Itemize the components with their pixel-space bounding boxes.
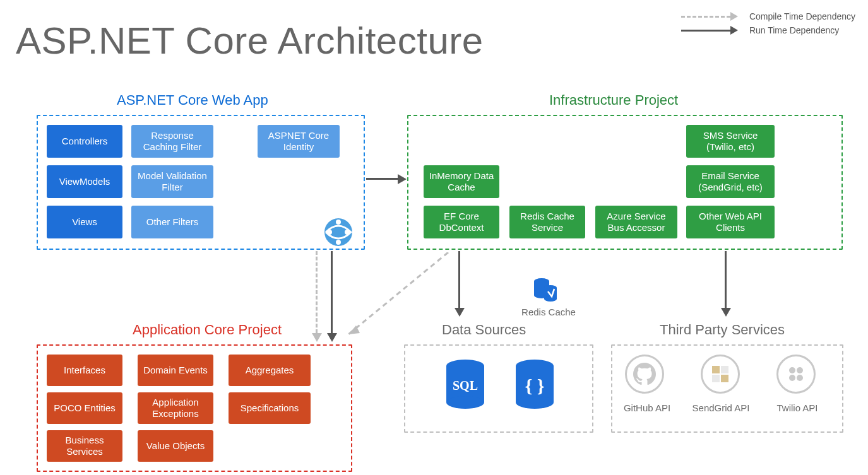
sendgrid-label: SendGrid API <box>689 402 752 413</box>
svg-rect-21 <box>712 375 720 382</box>
legend-solid-arrow-icon <box>681 26 738 35</box>
svg-point-1 <box>327 230 332 235</box>
svg-point-17 <box>516 396 554 409</box>
chip-aspnet-core-identity: ASPNET Core Identity <box>258 125 340 158</box>
box-data-sources: SQL { } <box>404 344 593 433</box>
page-title: ASP.NET Core Architecture <box>16 19 484 62</box>
box-core: Interfaces POCO Entities Business Servic… <box>37 344 352 472</box>
twilio-label: Twilio API <box>769 402 826 413</box>
webapp-globe-icon <box>322 216 355 249</box>
github-icon <box>625 355 664 394</box>
sql-database-icon: SQL <box>443 358 487 411</box>
sendgrid-icon <box>701 355 740 394</box>
twilio-icon <box>776 355 816 394</box>
chip-domain-events: Domain Events <box>138 355 213 386</box>
svg-point-23 <box>789 367 795 373</box>
chip-aggregates: Aggregates <box>229 355 311 386</box>
chip-inmemory-cache: InMemory Data Cache <box>424 165 499 198</box>
chip-application-exceptions: Application Exceptions <box>138 392 213 424</box>
chip-redis-cache-service: Redis Cache Service <box>509 206 585 238</box>
svg-point-25 <box>789 375 795 381</box>
svg-point-2 <box>345 230 350 235</box>
chip-viewmodels: ViewModels <box>47 165 122 198</box>
chip-sms-service: SMS Service (Twilio, etc) <box>686 125 775 158</box>
svg-point-4 <box>336 240 341 245</box>
section-title-infra: Infrastructure Project <box>549 92 678 108</box>
svg-rect-20 <box>721 366 728 373</box>
document-database-icon: { } <box>513 358 557 411</box>
svg-point-24 <box>797 367 803 373</box>
svg-point-3 <box>336 220 341 225</box>
svg-line-27 <box>348 252 448 334</box>
section-title-core: Application Core Project <box>133 322 282 338</box>
chip-views: Views <box>47 206 122 238</box>
svg-text:{ }: { } <box>525 375 544 396</box>
chip-specifications: Specifications <box>229 392 311 424</box>
redis-cache-label: Redis Cache <box>520 307 577 317</box>
chip-value-objects: Value Objects <box>138 430 213 462</box>
chip-email-service: Email Service (SendGrid, etc) <box>686 165 775 198</box>
chip-response-caching-filter: Response Caching Filter <box>131 125 213 158</box>
legend-compile-label: Compile Time Dependency <box>749 11 855 21</box>
box-third-party: GitHub API SendGrid API Twilio API <box>611 344 843 433</box>
chip-azure-service-bus: Azure Service Bus Accessor <box>595 206 677 238</box>
chip-interfaces: Interfaces <box>47 355 122 386</box>
legend-runtime-row: Run Time Dependency <box>681 25 855 35</box>
legend-dashed-arrow-icon <box>681 12 738 21</box>
section-title-third-party: Third Party Services <box>660 322 785 338</box>
svg-point-26 <box>797 375 803 381</box>
chip-ef-core-dbcontext: EF Core DbContext <box>424 206 499 238</box>
chip-controllers: Controllers <box>47 125 122 158</box>
github-label: GitHub API <box>619 402 675 413</box>
chip-other-web-api-clients: Other Web API Clients <box>686 206 775 238</box>
chip-poco-entities: POCO Entities <box>47 392 122 424</box>
chip-model-validation-filter: Model Validation Filter <box>131 165 213 198</box>
legend-runtime-label: Run Time Dependency <box>749 25 839 35</box>
svg-rect-22 <box>721 375 728 382</box>
svg-point-10 <box>544 296 557 302</box>
chip-business-services: Business Services <box>47 430 122 462</box>
section-title-webapp: ASP.NET Core Web App <box>117 92 268 108</box>
svg-point-13 <box>446 396 484 409</box>
box-infra: InMemory Data Cache EF Core DbContext Re… <box>407 115 843 250</box>
redis-cache-icon <box>530 275 561 305</box>
box-webapp: Controllers ViewModels Views Response Ca… <box>37 115 365 250</box>
svg-rect-19 <box>712 366 720 373</box>
legend-compile-row: Compile Time Dependency <box>681 11 855 21</box>
svg-text:SQL: SQL <box>453 378 478 392</box>
legend: Compile Time Dependency Run Time Depende… <box>681 11 855 39</box>
chip-other-filters: Other Filters <box>131 206 213 238</box>
arrow-infra-to-core-dashed <box>341 252 455 347</box>
